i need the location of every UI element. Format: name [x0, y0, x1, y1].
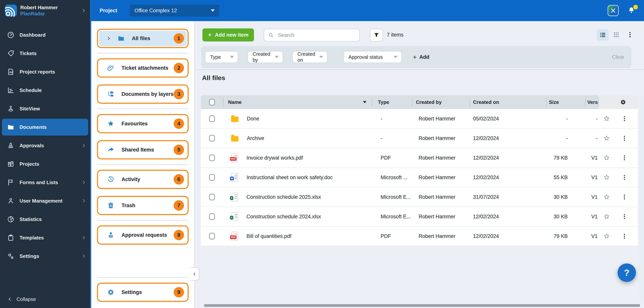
row-checkbox[interactable] [209, 174, 215, 181]
sidebar-item-projects[interactable]: Projects [0, 155, 90, 173]
sidebar-item-dashboard[interactable]: Dashboard [0, 26, 90, 44]
grid-view-toggle[interactable] [612, 31, 620, 40]
favorite-star-icon[interactable] [603, 213, 610, 220]
favorite-star-icon[interactable] [603, 115, 610, 122]
excel-file-icon: X [231, 193, 238, 201]
sidebar-item-tickets[interactable]: Tickets [0, 44, 90, 63]
favorite-star-icon[interactable] [603, 155, 610, 161]
docs-nav-item-all-files[interactable]: All files1 [99, 31, 187, 46]
sidebar-item-settings[interactable]: Settings [0, 247, 90, 265]
sidebar-item-siteview[interactable]: SiteView [0, 99, 90, 118]
docs-nav-item-approval-requests[interactable]: Approval requests8 [99, 227, 187, 243]
column-header-created-by[interactable]: Created by [412, 95, 470, 109]
docs-nav-item-shared-items[interactable]: Shared Items5 [99, 142, 187, 158]
panel-collapse-handle[interactable] [190, 267, 199, 281]
file-name[interactable]: Construction schedule 2025.xlsx [246, 194, 321, 200]
filter-dropdown-approval-status[interactable]: Approval status [344, 51, 402, 63]
row-checkbox[interactable] [209, 135, 215, 141]
favorite-star-icon[interactable] [603, 194, 610, 200]
file-name[interactable]: Bill of quantities.pdf [246, 233, 291, 239]
docs-nav-item-favourites[interactable]: Favourites4 [99, 116, 187, 131]
sidebar-item-documents[interactable]: Documents [2, 119, 88, 135]
table-settings-gear-icon[interactable] [620, 99, 626, 105]
sidebar-collapse-button[interactable]: Collapse [0, 290, 90, 308]
clear-filters-button[interactable]: Clear [612, 46, 624, 68]
file-version: V1 [585, 194, 598, 200]
row-menu-kebab-icon[interactable] [621, 174, 628, 181]
sidebar-item-statistics[interactable]: Statistics [0, 210, 90, 229]
row-menu-kebab-icon[interactable] [621, 135, 628, 142]
row-checkbox[interactable] [209, 155, 215, 161]
row-menu-kebab-icon[interactable] [621, 115, 628, 122]
favorite-star-icon[interactable] [603, 233, 610, 239]
expand-chevron-icon[interactable] [106, 36, 111, 41]
select-all-checkbox[interactable] [209, 99, 215, 105]
favorite-star-icon[interactable] [603, 135, 610, 141]
chart-icon [7, 86, 14, 94]
project-select[interactable]: Office Complex 12 [130, 5, 219, 17]
filter-button[interactable] [370, 29, 383, 42]
list-view-toggle[interactable] [597, 29, 609, 41]
docs-nav-item-settings[interactable]: Settings9 [99, 284, 187, 300]
favorite-star-icon[interactable] [603, 174, 610, 181]
sidebar-item-forms-and-lists[interactable]: Forms and Lists [0, 173, 90, 192]
docs-nav-item-ticket-attachments[interactable]: Ticket attachments2 [99, 60, 187, 76]
user-account-row[interactable]: Robert Hammer PlanRadar [0, 0, 90, 21]
docs-nav-item-trash[interactable]: Trash7 [99, 198, 187, 213]
gear-icon [107, 288, 114, 296]
column-header-created-on[interactable]: Created on [470, 95, 546, 109]
table-row[interactable]: Archive-Robert Hammer12/02/2024-- [201, 129, 638, 148]
sidebar-item-label: SiteView [20, 106, 40, 112]
file-name[interactable]: Done [247, 116, 259, 122]
sidebar-item-project-reports[interactable]: Project reports [0, 63, 90, 81]
row-checkbox[interactable] [209, 233, 215, 239]
filter-dropdown-created-on[interactable]: Created on [292, 51, 327, 63]
column-header-actions [598, 95, 638, 109]
add-filter-button[interactable]: + Add [413, 46, 429, 68]
row-checkbox[interactable] [209, 115, 215, 122]
table-row[interactable]: Done-Robert Hammer05/02/2024-- [201, 109, 638, 129]
docs-nav-item-activity[interactable]: Activity6 [99, 172, 187, 187]
row-menu-kebab-icon[interactable] [621, 213, 628, 220]
sort-desc-icon[interactable] [363, 101, 366, 103]
filter-dropdown-created-by[interactable]: Created by [248, 51, 283, 63]
table-row[interactable]: XConstruction schedule 2025.xlsxMicrosof… [201, 187, 638, 207]
column-header-size[interactable]: Size [546, 95, 585, 109]
sidebar-item-approvals[interactable]: Approvals [0, 136, 90, 155]
sidebar-item-label: Forms and Lists [20, 180, 58, 186]
row-menu-kebab-icon[interactable] [621, 194, 628, 201]
row-menu-kebab-icon[interactable] [621, 233, 628, 240]
docs-nav-item-documents-by-layers[interactable]: Documents by layers3 [99, 86, 187, 102]
annotation-box: All files1 [97, 29, 188, 48]
add-new-item-button[interactable]: + Add new item [202, 28, 254, 42]
vertical-scrollbar[interactable] [639, 95, 644, 302]
column-header-version[interactable]: Vers [585, 95, 598, 109]
row-checkbox[interactable] [209, 194, 215, 200]
search-input[interactable] [277, 32, 355, 39]
notifications-button[interactable] [627, 6, 636, 15]
sidebar-item-templates[interactable]: Templates [0, 229, 90, 247]
filter-dropdown-type[interactable]: Type [205, 51, 238, 63]
file-name[interactable]: Archive [247, 135, 264, 141]
file-name[interactable]: Invoice drywal works.pdf [246, 155, 303, 161]
help-button[interactable]: ? [618, 263, 636, 282]
row-checkbox[interactable] [209, 213, 215, 220]
toolbar-menu-button[interactable] [626, 31, 634, 40]
column-header-type[interactable]: Type [372, 95, 412, 109]
file-name[interactable]: Construction schedule 2024.xlsx [246, 214, 321, 220]
horizontal-scrollbar[interactable] [204, 304, 640, 307]
table-row[interactable]: WInstructional sheet on work safety.docM… [201, 168, 638, 187]
sidebar-item-schedule[interactable]: Schedule [0, 81, 90, 99]
chevron-down-icon [211, 10, 215, 12]
table-row[interactable]: PDFBill of quantities.pdfPDFRobert Hamme… [201, 227, 638, 246]
column-header-name[interactable]: Name [223, 95, 372, 109]
sidebar-item-user-management[interactable]: User Management [0, 192, 90, 210]
funnel-icon [373, 32, 380, 38]
file-type: Microsoft E... [372, 194, 412, 200]
file-name[interactable]: Instructional sheet on work safety.doc [246, 175, 333, 181]
table-row[interactable]: XConstruction schedule 2024.xlsxMicrosof… [201, 207, 638, 227]
ai-assistant-button[interactable] [608, 5, 619, 16]
row-menu-kebab-icon[interactable] [621, 155, 628, 161]
created-on: 31/07/2024 [470, 194, 546, 200]
table-row[interactable]: PDFInvoice drywal works.pdfPDFRobert Ham… [201, 148, 638, 168]
